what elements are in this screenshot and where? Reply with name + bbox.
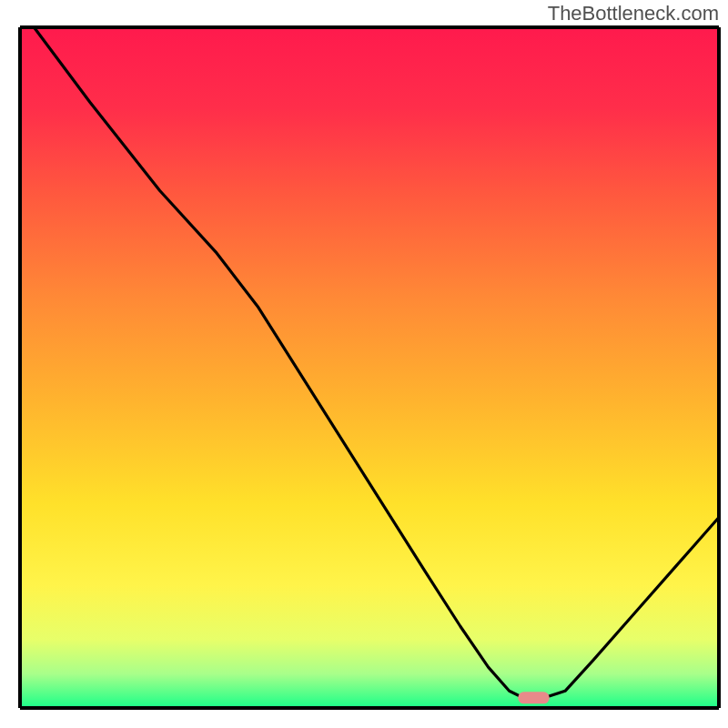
bottleneck-chart: TheBottleneck.com [0, 0, 728, 728]
optimal-marker [518, 692, 550, 703]
plot-area [20, 27, 719, 708]
chart-svg [0, 0, 728, 728]
watermark-text: TheBottleneck.com [548, 2, 719, 25]
gradient-background [20, 27, 719, 708]
